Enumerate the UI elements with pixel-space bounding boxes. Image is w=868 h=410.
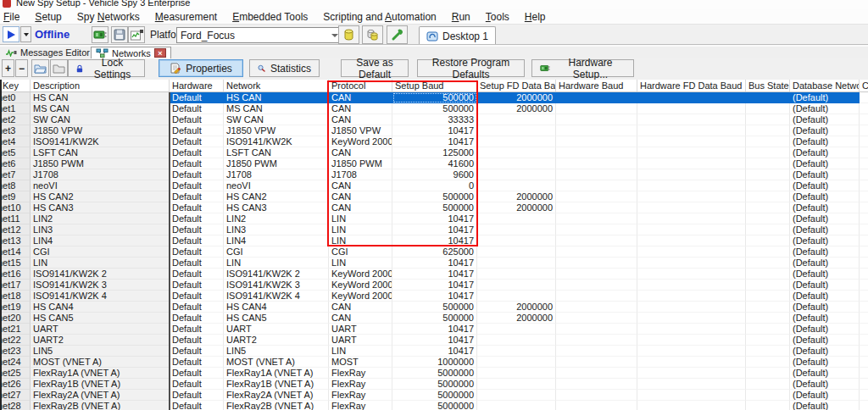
cell-network[interactable]: UART2 [224, 335, 329, 346]
cell-bus-state[interactable] [746, 280, 790, 291]
column-header-hardware-baud[interactable]: Hardware Baud [556, 80, 637, 91]
cell-setup-fd-data-baud[interactable]: 2000000 [477, 191, 556, 202]
column-header-hardware-fd-data-baud[interactable]: Hardware FD Data Baud [637, 80, 746, 91]
logger-button[interactable] [128, 26, 145, 43]
cell-network[interactable]: ISO9141/KW2K 3 [224, 280, 329, 291]
cell-hardware-baud[interactable] [556, 324, 637, 335]
cell-network[interactable]: SW CAN [224, 114, 329, 125]
cell-hardware-baud[interactable] [556, 247, 637, 258]
cell-bus-state[interactable] [746, 202, 790, 213]
cell-network[interactable]: J1708 [224, 169, 329, 180]
cell-hardware-baud[interactable] [556, 235, 637, 247]
cell-hardware-fd-data-baud[interactable] [637, 247, 746, 258]
cell-hardware[interactable]: Default [170, 103, 224, 114]
table-row[interactable]: net19HS CAN4DefaultHS CAN4CAN50000020000… [0, 302, 868, 313]
cell-network[interactable]: LIN2 [224, 213, 329, 224]
cell-hardware[interactable]: Default [170, 335, 224, 346]
frozen-pane-divider[interactable] [169, 92, 170, 410]
cell-description[interactable]: LIN4 [31, 235, 170, 247]
cell-network[interactable]: HS CAN3 [224, 202, 329, 213]
cell-setup-baud[interactable]: 500000 [392, 92, 477, 103]
cell-hardware-baud[interactable] [556, 92, 637, 103]
cell-key[interactable]: net1 [0, 103, 31, 114]
cell-hardware-baud[interactable] [556, 291, 637, 302]
cell-hardware[interactable]: Default [170, 368, 224, 379]
cell-hardware-baud[interactable] [556, 357, 637, 368]
cell-hardware-fd-data-baud[interactable] [637, 114, 746, 125]
cell-key[interactable]: net18 [0, 291, 31, 302]
cell-database-network[interactable]: (Default) [790, 235, 860, 247]
cell-protocol[interactable]: LIN [329, 258, 392, 269]
cell-protocol[interactable]: LIN [329, 235, 392, 247]
cell-key[interactable]: net10 [0, 202, 31, 213]
cell-setup-fd-data-baud[interactable] [477, 324, 556, 335]
cell-hardware-fd-data-baud[interactable] [637, 147, 746, 158]
setup-tools-button[interactable] [387, 25, 408, 44]
cell-hardware-baud[interactable] [556, 302, 637, 313]
cell-hardware-fd-data-baud[interactable] [637, 291, 746, 302]
cell-hardware-baud[interactable] [556, 390, 637, 401]
cell-protocol[interactable]: KeyWord 2000 [329, 291, 392, 302]
cell-hardware-baud[interactable] [556, 136, 637, 147]
cell-hardware[interactable]: Default [170, 390, 224, 401]
cell-bus-state[interactable] [746, 368, 790, 379]
table-row[interactable]: net18ISO9141/KW2K 4DefaultISO9141/KW2K 4… [0, 291, 868, 302]
cell-key[interactable]: net21 [0, 324, 31, 335]
cell-bus-state[interactable] [746, 335, 790, 346]
cell-protocol[interactable]: CAN [329, 180, 392, 191]
cell-database-network[interactable]: (Default) [790, 224, 860, 235]
cell-bus-state[interactable] [746, 191, 790, 202]
cell-bus-state[interactable] [746, 147, 790, 158]
cell-key[interactable]: net19 [0, 302, 31, 313]
cell-hardware[interactable]: Default [170, 114, 224, 125]
cell-protocol[interactable]: CAN [329, 313, 392, 324]
cell-network[interactable]: LSFT CAN [224, 147, 329, 158]
column-header-protocol[interactable]: Protocol [329, 80, 392, 91]
table-row[interactable]: net5LSFT CANDefaultLSFT CANCAN125000(Def… [0, 147, 868, 158]
cell-network[interactable]: J1850 VPW [224, 125, 329, 136]
cell-key[interactable]: net9 [0, 191, 31, 202]
cell-bus-state[interactable] [746, 125, 790, 136]
cell-network[interactable]: LIN4 [224, 235, 329, 247]
cell-bus-state[interactable] [746, 213, 790, 224]
cell-protocol[interactable]: KeyWord 2000 [329, 136, 392, 147]
cell-description[interactable]: J1850 VPW [31, 125, 170, 136]
cell-database-network[interactable]: (Default) [790, 401, 860, 410]
cell-network[interactable]: HS CAN4 [224, 302, 329, 313]
cell-hardware-fd-data-baud[interactable] [637, 390, 746, 401]
column-header-database-network[interactable]: Database Network [790, 80, 860, 91]
cell-key[interactable]: net15 [0, 258, 31, 269]
cell-database-network[interactable]: (Default) [790, 202, 860, 213]
properties-button[interactable]: Properties [159, 59, 243, 77]
column-header-bus-state[interactable]: Bus State [746, 80, 790, 91]
cell-hardware-baud[interactable] [556, 103, 637, 114]
run-button[interactable] [3, 26, 19, 42]
cell-setup-fd-data-baud[interactable] [477, 235, 556, 247]
cell-database-network[interactable]: (Default) [790, 92, 860, 103]
cell-database-network[interactable]: (Default) [790, 213, 860, 224]
table-row[interactable]: net8neoVIDefaultneoVICAN0(Default) [0, 180, 868, 191]
cell-key[interactable]: net4 [0, 136, 31, 147]
cell-hardware-fd-data-baud[interactable] [637, 368, 746, 379]
lock-settings-button[interactable]: Lock Settings [68, 59, 145, 77]
cell-hardware[interactable]: Default [170, 213, 224, 224]
cell-hardware[interactable]: Default [170, 313, 224, 324]
cell-protocol[interactable]: J1708 [329, 169, 392, 180]
cell-network[interactable]: HS CAN5 [224, 313, 329, 324]
cell-setup-baud[interactable]: 10417 [392, 324, 477, 335]
cell-key[interactable]: net16 [0, 269, 31, 280]
cell-hardware[interactable]: Default [170, 147, 224, 158]
menu-embedded-tools[interactable]: Embedded Tools [225, 11, 315, 23]
cell-protocol[interactable]: LIN [329, 213, 392, 224]
cell-protocol[interactable]: FlexRay [329, 390, 392, 401]
cell-description[interactable]: HS CAN2 [31, 191, 170, 202]
cell-hardware[interactable]: Default [170, 158, 224, 169]
cell-hardware-baud[interactable] [556, 280, 637, 291]
cell-network[interactable]: HS CAN2 [224, 191, 329, 202]
cell-key[interactable]: net5 [0, 147, 31, 158]
cell-network[interactable]: ISO9141/KW2K 4 [224, 291, 329, 302]
table-row[interactable]: net0HS CANDefaultHS CANCAN5000002000000(… [0, 92, 868, 103]
cell-hardware-fd-data-baud[interactable] [637, 313, 746, 324]
cell-network[interactable]: FlexRay2A (VNET A) [224, 390, 329, 401]
table-row[interactable]: net12LIN3DefaultLIN3LIN10417(Default) [0, 224, 868, 235]
